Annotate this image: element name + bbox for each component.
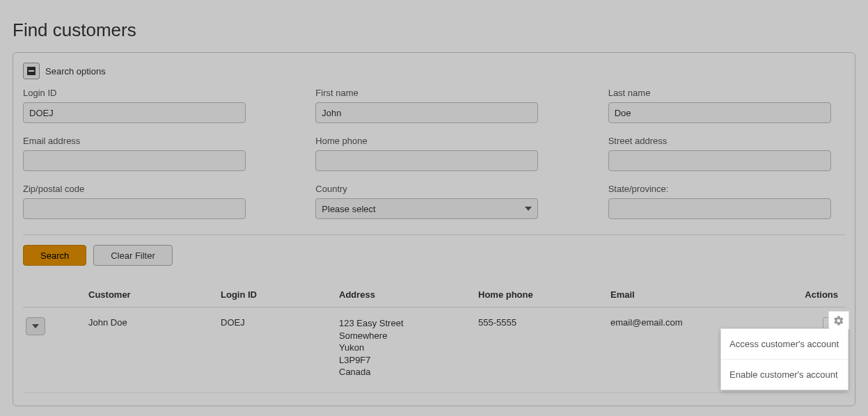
state-field: State/province: xyxy=(608,184,845,219)
cell-address: 123 Easy Street Somewhere Yukon L3P9F7 C… xyxy=(339,317,478,378)
page-title: Find customers xyxy=(13,19,855,41)
menu-access-account[interactable]: Access customer's account xyxy=(721,329,848,359)
address-line: Yukon xyxy=(339,342,478,354)
country-selected-value: Please select xyxy=(322,204,375,214)
first-name-field: First name xyxy=(315,88,552,123)
row-actions-button-active[interactable] xyxy=(828,311,849,329)
login-id-field: Login ID xyxy=(23,88,260,123)
zip-field: Zip/postal code xyxy=(23,184,260,219)
col-login-id: Login ID xyxy=(221,289,339,300)
minus-icon xyxy=(27,67,35,75)
cell-customer: John Doe xyxy=(88,317,221,328)
col-customer: Customer xyxy=(88,289,221,300)
address-line: 123 Easy Street xyxy=(339,317,478,330)
address-line: L3P9F7 xyxy=(339,354,478,367)
login-id-input[interactable] xyxy=(23,102,246,123)
chevron-down-icon xyxy=(32,324,39,328)
cell-home-phone: 555-5555 xyxy=(478,317,610,328)
clear-filter-button[interactable]: Clear Filter xyxy=(93,245,173,266)
email-field: Email address xyxy=(23,136,260,171)
cell-login-id: DOEJ xyxy=(221,317,339,328)
divider xyxy=(23,234,845,235)
search-options-label: Search options xyxy=(45,66,106,77)
last-name-field: Last name xyxy=(608,88,845,123)
menu-enable-account[interactable]: Enable customer's account xyxy=(721,359,848,390)
country-select[interactable]: Please select xyxy=(315,198,538,219)
state-input[interactable] xyxy=(608,198,831,219)
country-field: Country Please select xyxy=(315,184,552,219)
street-label: Street address xyxy=(608,136,845,146)
row-actions-menu: Access customer's account Enable custome… xyxy=(720,328,849,390)
expand-row-button[interactable] xyxy=(26,317,45,335)
first-name-label: First name xyxy=(315,88,552,98)
street-field: Street address xyxy=(608,136,845,171)
login-id-label: Login ID xyxy=(23,88,260,98)
address-line: Canada xyxy=(339,366,478,378)
last-name-input[interactable] xyxy=(608,102,831,123)
email-label: Email address xyxy=(23,136,260,146)
cell-email: email@email.com xyxy=(610,317,771,328)
search-button[interactable]: Search xyxy=(23,245,86,266)
zip-input[interactable] xyxy=(23,198,246,219)
first-name-input[interactable] xyxy=(315,102,538,123)
collapse-search-options-button[interactable] xyxy=(23,63,40,79)
home-phone-label: Home phone xyxy=(315,136,552,146)
gear-icon xyxy=(833,315,844,326)
chevron-down-icon xyxy=(525,207,532,211)
state-label: State/province: xyxy=(608,184,845,194)
home-phone-input[interactable] xyxy=(315,150,538,171)
street-input[interactable] xyxy=(608,150,831,171)
col-email: Email xyxy=(610,289,771,300)
zip-label: Zip/postal code xyxy=(23,184,260,194)
last-name-label: Last name xyxy=(608,88,845,98)
email-input[interactable] xyxy=(23,150,246,171)
home-phone-field: Home phone xyxy=(315,136,552,171)
col-home-phone: Home phone xyxy=(478,289,610,300)
country-label: Country xyxy=(315,184,552,194)
col-actions: Actions xyxy=(771,289,842,300)
address-line: Somewhere xyxy=(339,330,478,342)
col-address: Address xyxy=(339,289,478,300)
